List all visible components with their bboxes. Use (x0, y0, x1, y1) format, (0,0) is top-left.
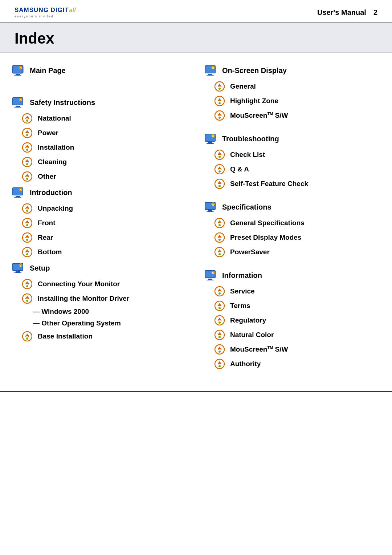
service-item[interactable]: Service (214, 286, 381, 297)
onscreen-display-icon: S (203, 64, 217, 77)
authority-label: Authority (230, 360, 261, 368)
qa-item[interactable]: Q & A (214, 164, 381, 175)
specifications-item[interactable]: S Specifications (203, 200, 381, 214)
svg-point-101 (219, 365, 221, 367)
front-item[interactable]: Front (22, 218, 189, 228)
svg-rect-2 (16, 74, 20, 75)
bottom-item[interactable]: Bottom (22, 247, 189, 258)
other-os-item[interactable]: — Other Operating System (33, 319, 189, 327)
unpacking-label: Unpacking (38, 204, 73, 212)
general-spec-item[interactable]: General Specifications (214, 218, 381, 228)
bottom-arrow-icon (22, 247, 33, 258)
main-page-icon: S (11, 64, 25, 77)
unpacking-item[interactable]: Unpacking (22, 203, 189, 214)
power-item[interactable]: Power (22, 127, 189, 138)
svg-point-43 (26, 285, 28, 287)
natational-item[interactable]: Natational (22, 113, 189, 124)
content-area: S Main Page S Safety Instructions (0, 53, 392, 384)
page-number: 2 (373, 8, 377, 17)
power-arrow-icon (22, 127, 33, 138)
svg-point-93 (219, 307, 221, 309)
mouscreen-info-label: MouScreenTM S/W (230, 345, 288, 353)
mouscreen-info-arrow-icon (214, 344, 225, 355)
cleaning-item[interactable]: Cleaning (22, 157, 189, 167)
setup-item[interactable]: S Setup (11, 261, 189, 275)
svg-text:S: S (212, 66, 214, 70)
self-test-item[interactable]: Self-Test Feature Check (214, 178, 381, 189)
svg-text:S: S (20, 98, 22, 102)
cleaning-label: Cleaning (38, 158, 67, 166)
check-list-item[interactable]: Check List (214, 149, 381, 160)
mouscreen-osd-label: MouScreenTM S/W (230, 112, 288, 119)
safety-instructions-item[interactable]: S Safety Instructions (11, 96, 189, 109)
natural-color-item[interactable]: Natural Color (214, 329, 381, 340)
svg-text:S: S (212, 135, 214, 138)
other-item[interactable]: Other (22, 171, 189, 182)
general-spec-arrow-icon (214, 218, 225, 228)
index-title-bar: Index (0, 23, 392, 53)
svg-rect-8 (16, 106, 20, 107)
other-os-label: — Other Operating System (33, 319, 121, 327)
introduction-icon: S (11, 186, 25, 199)
highlight-zone-item[interactable]: Highlight Zone (214, 96, 381, 106)
unpacking-arrow-icon (22, 203, 33, 214)
svg-point-83 (219, 253, 221, 255)
base-installation-item[interactable]: Base Installation (22, 331, 189, 342)
connecting-monitor-item[interactable]: Connecting Your Monitor (22, 279, 189, 289)
regulatory-arrow-icon (214, 315, 225, 326)
installing-driver-label: Installing the Monitor Driver (38, 295, 129, 303)
svg-point-29 (26, 210, 28, 212)
onscreen-display-item[interactable]: S On-Screen Display (203, 64, 381, 77)
spacer1 (11, 81, 189, 88)
powersaver-item[interactable]: PowerSaver (214, 247, 381, 258)
installing-driver-item[interactable]: Installing the Monitor Driver (22, 293, 189, 304)
svg-rect-25 (14, 197, 21, 198)
information-item[interactable]: S Information (203, 268, 381, 282)
troubleshooting-item[interactable]: S Troubleshooting (203, 132, 381, 146)
logo-all: all (69, 7, 76, 14)
terms-item[interactable]: Terms (214, 300, 381, 311)
svg-point-13 (26, 119, 28, 122)
front-arrow-icon (22, 218, 33, 228)
samsung-logo-text: SAMSUNG DIGIT (15, 7, 69, 14)
footer-line (0, 391, 392, 392)
spacer1b (11, 88, 189, 96)
mouscreen-osd-item[interactable]: MouScreenTM S/W (214, 110, 381, 121)
specifications-icon: S (203, 200, 217, 214)
general-spec-label: General Specifications (230, 219, 305, 227)
base-installation-label: Base Installation (38, 332, 93, 340)
regulatory-item[interactable]: Regulatory (214, 315, 381, 326)
svg-point-59 (219, 117, 221, 119)
check-list-arrow-icon (214, 149, 225, 160)
highlight-zone-arrow-icon (214, 96, 225, 106)
service-label: Service (230, 287, 255, 295)
svg-point-17 (26, 149, 28, 151)
installation-arrow-icon (22, 142, 33, 153)
svg-point-47 (26, 337, 28, 340)
windows2000-item[interactable]: — Windows 2000 (33, 308, 189, 316)
installation-item[interactable]: Installation (22, 142, 189, 153)
svg-text:S: S (212, 203, 214, 206)
information-label: Information (222, 271, 262, 280)
svg-point-95 (219, 321, 221, 324)
natational-arrow-icon (22, 113, 33, 124)
cleaning-arrow-icon (22, 157, 33, 167)
svg-point-45 (26, 300, 28, 302)
general-item[interactable]: General (214, 81, 381, 92)
qa-arrow-icon (214, 164, 225, 175)
base-installation-arrow-icon (22, 331, 33, 342)
main-page-item[interactable]: S Main Page (11, 64, 189, 77)
power-label: Power (38, 129, 58, 137)
mouscreen-osd-arrow-icon (214, 110, 225, 121)
powersaver-label: PowerSaver (230, 248, 270, 256)
connecting-monitor-arrow-icon (22, 279, 33, 289)
introduction-item[interactable]: S Introduction (11, 186, 189, 199)
svg-text:S: S (212, 271, 214, 275)
rear-item[interactable]: Rear (22, 232, 189, 243)
mouscreen-info-item[interactable]: MouScreenTM S/W (214, 344, 381, 355)
svg-rect-24 (16, 196, 20, 197)
svg-point-79 (219, 224, 221, 226)
index-title: Index (15, 30, 54, 47)
authority-item[interactable]: Authority (214, 358, 381, 369)
preset-display-item[interactable]: Preset Display Modes (214, 232, 381, 243)
